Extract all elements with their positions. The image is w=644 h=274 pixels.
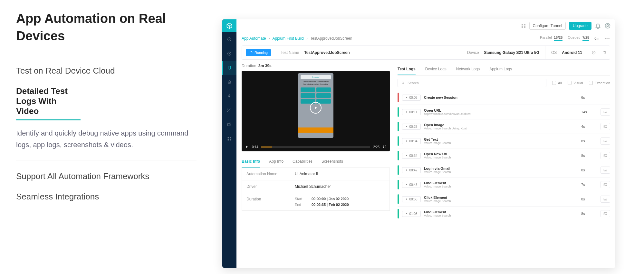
nav-bolt-icon[interactable] [222, 89, 236, 103]
video-controls[interactable]: 0:14 2:25 [242, 142, 390, 151]
search-placeholder: Search [408, 81, 419, 85]
log-time-pill[interactable]: 00:48 [402, 182, 421, 188]
page-heading: App Automation on Real Devices [16, 10, 200, 45]
svg-rect-9 [228, 137, 229, 138]
nav-automation-icon[interactable] [222, 75, 236, 89]
feature-item-1-active[interactable]: Detailed Test Logs With Video [16, 81, 81, 120]
svg-rect-16 [524, 26, 525, 28]
upgrade-button[interactable]: Upgrade [569, 22, 591, 30]
log-duration: 8s [581, 212, 597, 216]
app-screenshot-area: Configure Tunnel Upgrade App Automate › … [219, 0, 644, 274]
log-time-pill[interactable]: 00:11 [402, 109, 421, 115]
feature-description: Identify and quickly debug native apps u… [16, 127, 200, 151]
breadcrumb-1[interactable]: App Automate [242, 36, 266, 41]
copy-icon[interactable] [588, 46, 599, 59]
play-overlay-icon[interactable] [310, 102, 322, 114]
svg-point-20 [402, 82, 404, 84]
screenshot-thumb-icon[interactable] [601, 152, 610, 159]
feature-item-3[interactable]: Seamless Integrations [16, 187, 200, 207]
tab-test-logs[interactable]: Test Logs [398, 64, 416, 75]
log-time-pill[interactable]: 00:56 [402, 196, 421, 202]
delete-icon[interactable] [599, 46, 610, 59]
status-running-badge: Running [246, 49, 271, 56]
notifications-icon[interactable] [595, 23, 601, 29]
screenshot-thumb-icon[interactable] [601, 167, 610, 174]
filter-visual[interactable]: Visual [568, 81, 583, 85]
nav-visual-icon[interactable] [222, 103, 236, 117]
log-time-pill[interactable]: 01:03 [402, 211, 421, 217]
status-stripe [398, 194, 399, 204]
status-stripe [398, 122, 399, 131]
feature-item-2[interactable]: Support All Automation Frameworks [16, 166, 200, 187]
log-list: 00:05Create new Session6s00:11Open URLht… [398, 90, 610, 221]
status-stripe [398, 136, 399, 146]
svg-rect-14 [524, 24, 525, 25]
app-window: Configure Tunnel Upgrade App Automate › … [222, 19, 615, 268]
nav-apps-icon[interactable] [222, 132, 236, 146]
tab-screenshots[interactable]: Screenshots [322, 156, 343, 167]
tab-basic-info[interactable]: Basic Info [242, 156, 260, 167]
user-avatar-icon[interactable] [604, 23, 611, 29]
device-label: Device [467, 50, 479, 55]
nav-history-icon[interactable] [222, 46, 236, 61]
side-nav [222, 19, 236, 268]
tab-capabilities[interactable]: Capabilities [293, 156, 312, 167]
apps-grid-icon[interactable] [521, 23, 526, 28]
screenshot-thumb-icon[interactable] [601, 137, 610, 145]
log-row[interactable]: 00:25Open ImageValue: Image Search Using… [398, 119, 610, 134]
log-row[interactable]: 00:11Open URLhttps://dribbble.com/bhuvan… [398, 105, 610, 119]
breadcrumb-row: App Automate › Appium First Build › Test… [236, 32, 615, 44]
brand-logo[interactable] [222, 19, 236, 32]
log-time-pill[interactable]: 00:34 [402, 153, 421, 159]
screenshot-thumb-icon[interactable] [601, 108, 610, 116]
tab-network-logs[interactable]: Network Logs [456, 64, 480, 75]
log-main: Get TextValue: Image Search [424, 137, 578, 145]
nav-integrations-icon[interactable] [222, 117, 236, 132]
log-row[interactable]: 00:48Find ElementValue: Image Search7s [398, 178, 610, 192]
tab-appium-logs[interactable]: Appium Logs [489, 64, 512, 75]
log-search-input[interactable]: Search [398, 79, 546, 87]
duration-row: Duration 3m 39s [242, 64, 390, 68]
info-value: Michael Schumacher [290, 180, 389, 193]
nav-realtime-icon[interactable] [222, 61, 236, 75]
log-time-pill[interactable]: 00:05 [402, 95, 421, 101]
video-progress-bar[interactable] [261, 147, 370, 147]
screenshot-thumb-icon[interactable] [601, 123, 610, 130]
breadcrumb-2[interactable]: Appium First Build [272, 36, 303, 41]
video-current-time: 0:14 [252, 145, 258, 149]
screenshot-thumb-icon[interactable] [601, 196, 610, 203]
log-time-pill[interactable]: 00:42 [402, 167, 421, 173]
svg-point-4 [229, 82, 229, 82]
info-key: Driver [242, 180, 290, 193]
log-time-pill[interactable]: 00:34 [402, 138, 421, 144]
tab-device-logs[interactable]: Device Logs [425, 64, 447, 75]
log-row[interactable]: 00:42Login via GmailValue: Image Search8… [398, 163, 610, 178]
screenshot-thumb-icon[interactable] [601, 210, 610, 217]
tab-app-info[interactable]: App Info [269, 156, 284, 167]
log-row[interactable]: 00:56Click ElementValue: Image Search8s [398, 192, 610, 207]
svg-rect-10 [230, 137, 231, 138]
log-row[interactable]: 00:34Get TextValue: Image Search8s [398, 134, 610, 148]
nav-dashboard-icon[interactable] [222, 32, 236, 46]
fullscreen-icon[interactable] [383, 145, 387, 149]
log-time-pill[interactable]: 00:25 [402, 124, 421, 130]
log-row[interactable]: 00:34Open New UrlValue: Image Search8s [398, 148, 610, 163]
filter-exception[interactable]: Exception [589, 81, 610, 85]
log-row[interactable]: 00:05Create new Session6s [398, 90, 610, 105]
feature-item-0[interactable]: Test on Real Device Cloud [16, 61, 200, 81]
status-stripe [398, 180, 399, 189]
filter-all[interactable]: All [552, 81, 562, 85]
chevron-right-icon: › [306, 36, 308, 41]
test-header: Running Test Name TestApprovedJobScreen … [242, 46, 610, 60]
configure-tunnel-button[interactable]: Configure Tunnel [529, 22, 566, 30]
svg-rect-2 [229, 66, 230, 69]
log-row[interactable]: 01:03Find ElementValue: Image Search8s [398, 207, 610, 221]
info-key: Automation Name [242, 168, 290, 180]
play-icon[interactable] [245, 145, 249, 149]
video-player[interactable]: Proverbial Hello! Welcome to lambdatest … [242, 71, 390, 151]
log-duration: 8s [581, 154, 597, 157]
screenshot-thumb-icon[interactable] [601, 181, 610, 188]
info-value: Start00:00:00 | Jan 02 2020 End00:02:35 … [290, 193, 389, 210]
log-main: Create new Session [424, 96, 578, 99]
more-menu-icon[interactable]: ••• [604, 36, 610, 40]
